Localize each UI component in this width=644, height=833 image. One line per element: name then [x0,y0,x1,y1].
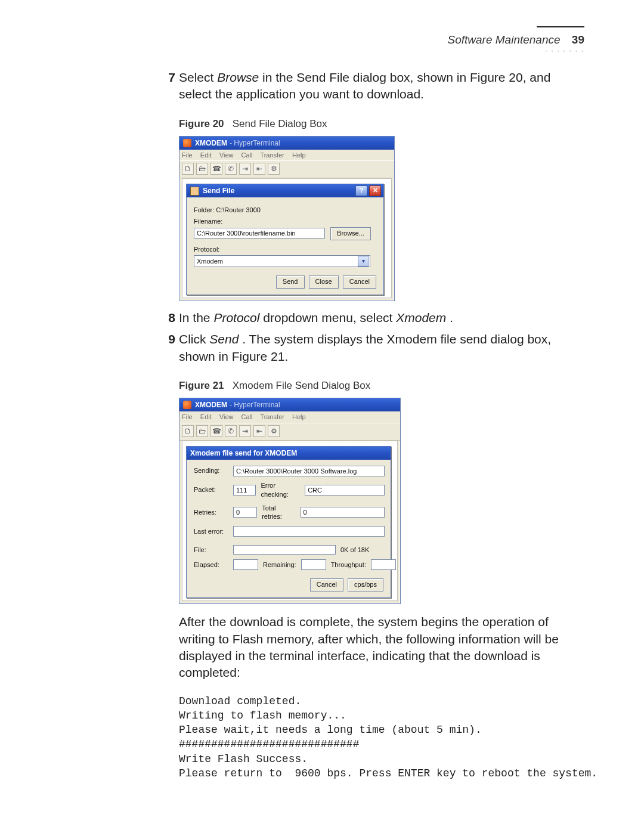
packet-label: Packet: [194,485,233,494]
client-area: Send File ? ✕ Folder: C:\Router 3000 Fil… [182,178,392,298]
dialog-body: Sending: C:\Router 3000\Router 3000 Soft… [187,460,391,597]
phone-icon[interactable]: ☎ [210,425,222,437]
page: Software Maintenance 39 · · · · · · · 7 … [0,0,644,833]
menu-help[interactable]: Help [292,413,306,420]
step-number: 7 [162,69,175,86]
packet-value: 111 [233,485,256,496]
cpsbps-button[interactable]: cps/bps [348,578,383,592]
retries-label: Retries: [194,508,233,517]
page-number: 39 [572,33,584,46]
cancel-button[interactable]: Cancel [343,275,376,289]
menu-call[interactable]: Call [242,413,253,420]
phone-icon[interactable]: ☎ [210,163,222,175]
browse-button[interactable]: Browse... [330,227,371,240]
protocol-value: Xmodem [197,257,223,266]
fig21-label: Figure 21 [179,380,224,391]
elapsed-label: Elapsed: [194,561,233,569]
window-titlebar[interactable]: XMODEM - HyperTerminal [179,398,400,411]
thru-value [371,559,396,570]
menu-edit[interactable]: Edit [200,151,212,159]
hyperterminal-window: XMODEM - HyperTerminal File Edit View Ca… [179,136,395,301]
errchk-value: CRC [305,485,385,496]
lasterr-label: Last error: [194,527,233,536]
s8-protocol: Protocol [213,311,259,324]
help-icon[interactable]: ? [355,185,367,196]
elapsed-value [233,559,258,570]
receive-icon[interactable]: ⇤ [253,163,265,175]
receive-icon[interactable]: ⇤ [253,425,265,437]
toolbar: 🗋 🗁 ☎ ✆ ⇥ ⇤ ⚙ [179,161,394,178]
filename-input[interactable]: C:\Router 3000\routerfilename.bin [194,228,325,239]
dialog-title: Xmodem file send for XMODEM [190,448,297,458]
dialog-title: Send File [203,186,234,196]
dialog-body: Folder: C:\Router 3000 Filename: C:\Rout… [187,197,383,295]
s8-mid: dropdown menu, select [263,311,396,324]
open-icon[interactable]: 🗁 [196,163,208,175]
protocol-label: Protocol: [194,245,376,254]
title-sub: - HyperTerminal [230,138,280,148]
dialog-titlebar[interactable]: Xmodem file send for XMODEM [187,447,391,460]
header-rule [537,26,584,27]
menu-file[interactable]: File [182,413,193,420]
send-file-dialog: Send File ? ✕ Folder: C:\Router 3000 Fil… [186,184,384,295]
client-area: Xmodem file send for XMODEM Sending: C:\… [182,441,398,601]
step7-browse: Browse [217,70,259,84]
app-icon [183,139,191,147]
header-section: Software Maintenance [448,33,561,46]
protocol-select[interactable]: Xmodem ▾ [194,255,370,267]
properties-icon[interactable]: ⚙ [268,425,280,437]
menu-call[interactable]: Call [242,151,253,159]
close-icon[interactable]: ✕ [369,185,381,196]
title-main: XMODEM [195,138,227,148]
header-dots: · · · · · · · [545,47,584,55]
send-button[interactable]: Send [276,275,305,289]
folder-label: Folder: C:\Router 3000 [194,206,261,213]
thru-label: Throughput: [331,561,366,569]
new-icon[interactable]: 🗋 [182,163,194,175]
menu-transfer[interactable]: Transfer [260,413,284,420]
errchk-label: Error checking: [261,481,300,499]
terminal-output: Download completed. Writing to flash mem… [179,694,584,781]
new-icon[interactable]: 🗋 [182,425,194,437]
lasterr-value [233,526,385,537]
app-icon [183,401,191,409]
cancel-button[interactable]: Cancel [310,578,343,592]
dialog-icon [190,187,199,196]
menu-help[interactable]: Help [292,151,306,159]
menubar[interactable]: File Edit View Call Transfer Help [179,150,394,162]
send-icon[interactable]: ⇥ [239,425,251,437]
hangup-icon[interactable]: ✆ [225,425,237,437]
fig20-text: Send File Dialog Box [233,118,327,129]
chevron-down-icon[interactable]: ▾ [358,256,369,267]
menu-transfer[interactable]: Transfer [260,151,284,159]
step7-pre: Select [179,70,217,84]
open-icon[interactable]: 🗁 [196,425,208,437]
hangup-icon[interactable]: ✆ [225,163,237,175]
remaining-label: Remaining: [263,561,296,569]
properties-icon[interactable]: ⚙ [268,163,280,175]
progress-bar [233,545,336,555]
sending-value: C:\Router 3000\Router 3000 Software.log [233,466,385,476]
send-icon[interactable]: ⇥ [239,163,251,175]
figure-21-caption: Figure 21 Xmodem File Send Dialog Box [179,379,584,393]
filename-label: Filename: [194,217,376,226]
file-label: File: [194,546,233,555]
totret-value: 0 [301,507,385,518]
menu-edit[interactable]: Edit [200,413,212,420]
remaining-value [301,559,326,570]
close-button[interactable]: Close [309,275,339,289]
step-number: 9 [162,331,175,348]
s9-send: Send [209,332,239,346]
tail-paragraph: After the download is complete, the syst… [179,614,584,681]
menu-file[interactable]: File [182,151,193,159]
file-info: 0K of 18K [340,546,369,555]
retries-value: 0 [233,507,257,518]
menubar[interactable]: File Edit View Call Transfer Help [179,411,400,423]
s8-xmodem: Xmodem [396,311,446,324]
menu-view[interactable]: View [219,151,234,159]
dialog-titlebar[interactable]: Send File ? ✕ [187,184,383,197]
totret-label: Total retries: [262,504,295,522]
menu-view[interactable]: View [219,413,234,420]
window-titlebar[interactable]: XMODEM - HyperTerminal [179,137,394,150]
figure-20-caption: Figure 20 Send File Dialog Box [179,117,584,131]
